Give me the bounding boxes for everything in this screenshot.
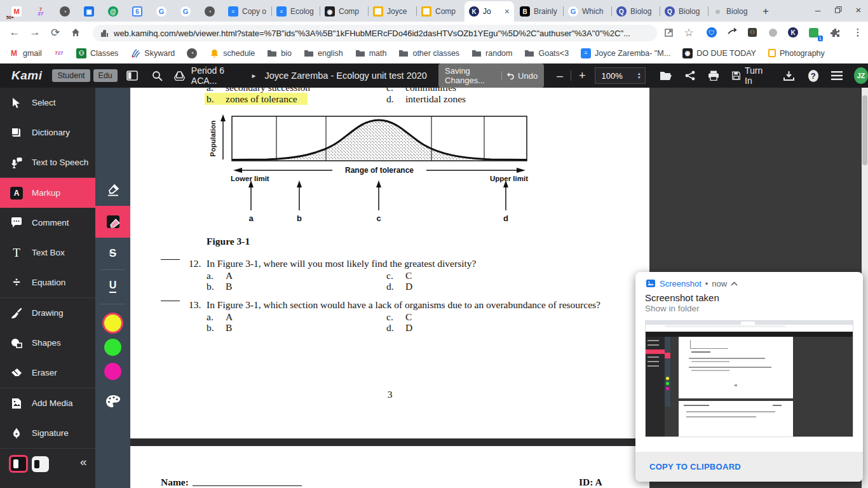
pinned-tab-gmail[interactable]: M50+ <box>5 3 28 20</box>
tasks-extension-icon[interactable]: 1 <box>806 25 821 40</box>
breadcrumb-folder[interactable]: Period 6 ACA... <box>191 65 243 86</box>
student-button[interactable]: Student <box>52 69 90 82</box>
bookmark-folder-goats[interactable]: Goats<3 <box>524 48 569 58</box>
tab-which[interactable]: GWhich <box>564 1 611 22</box>
search-icon[interactable] <box>152 71 163 81</box>
bookmark-folder-other-classes[interactable]: other classes <box>398 48 459 58</box>
chrome-menu-icon[interactable]: ⋮ <box>850 25 865 40</box>
bookmark-schedule[interactable]: schedule <box>209 48 255 58</box>
bookmark-classes[interactable]: ⚇Classes <box>76 48 118 58</box>
strikethrough-tool[interactable]: S <box>95 238 130 269</box>
pinned-tab-globe-2[interactable]: ◔ <box>198 3 221 20</box>
pinned-tab-calendar[interactable]: 6 <box>126 3 149 20</box>
color-palette-tool[interactable] <box>95 385 130 417</box>
sidebar-item-dictionary[interactable]: Dictionary <box>0 118 95 147</box>
omnibox[interactable]: web.kamihq.com/web/viewer.html?state=%7B… <box>93 25 657 41</box>
tab-biology-3[interactable]: Biolog <box>709 1 756 22</box>
tab-joyce[interactable]: Joyce <box>369 1 416 22</box>
sidebar-item-select[interactable]: Select <box>0 88 95 118</box>
person-extension-icon[interactable]: ⚇ <box>745 25 760 40</box>
sidebar-item-text-to-speech[interactable]: Text to Speech <box>0 147 95 177</box>
arrow-extension-icon[interactable] <box>724 25 740 40</box>
chevron-up-icon[interactable] <box>731 281 738 286</box>
home-icon[interactable] <box>67 24 84 41</box>
sidebar-item-text-box[interactable]: TText Box <box>0 238 95 268</box>
window-restore-button[interactable] <box>829 0 848 19</box>
bookmark-skyward[interactable]: Skyward <box>130 48 175 58</box>
sidebar-item-signature[interactable]: Signature <box>0 418 95 448</box>
menu-icon[interactable] <box>831 71 843 80</box>
color-swatch-green[interactable] <box>104 339 121 356</box>
bookmark-do-due-today[interactable]: ◉DO DUE TODAY <box>682 48 756 58</box>
zoom-level-select[interactable]: 100% ▲▼ <box>595 67 646 84</box>
bookmark-joyce-doc[interactable]: ≡Joyce Zaremba- "M... <box>581 48 670 58</box>
bookmark-folder-english[interactable]: english <box>304 48 343 58</box>
tab-biology-1[interactable]: QBiolog <box>612 1 660 22</box>
turn-in-button[interactable]: Turn In <box>732 65 768 86</box>
pinned-tab-globe[interactable]: ◔ <box>53 3 76 20</box>
bookmark-folder-math[interactable]: math <box>355 48 387 58</box>
tab-biology-2[interactable]: QBiolog <box>660 1 708 22</box>
tab-comp-2[interactable]: Comp <box>417 1 465 22</box>
edu-button[interactable]: Edu <box>93 69 118 82</box>
bookmark-gmail[interactable]: Mgmail <box>9 48 42 58</box>
tab-comp-1[interactable]: ◉Comp <box>320 1 368 22</box>
bookmark-calendar[interactable]: 727 <box>54 48 64 58</box>
undo-button[interactable]: Undo <box>507 71 538 81</box>
sidebar-item-eraser[interactable]: Eraser <box>0 358 95 388</box>
zoom-stepper-icon[interactable]: ▲▼ <box>634 72 645 79</box>
tab-active-kami[interactable]: KJo× <box>465 1 514 22</box>
collapse-sidebar-icon[interactable]: « <box>80 455 87 469</box>
screenshot-thumbnail[interactable] <box>645 320 853 437</box>
sidebar-item-comment[interactable]: Comment <box>0 208 95 238</box>
extensions-puzzle-icon[interactable] <box>827 25 843 40</box>
tab-ecology[interactable]: ≡Ecolog <box>272 1 320 22</box>
zoom-in-button[interactable]: + <box>579 69 586 83</box>
kami-extension-icon[interactable]: K <box>785 25 801 40</box>
sidebar-item-add-media[interactable]: Add Media <box>0 388 95 418</box>
dark-theme-toggle[interactable] <box>9 455 28 473</box>
avatar[interactable]: JZ <box>854 67 868 84</box>
underline-tool[interactable]: U <box>95 270 130 302</box>
tab-copy[interactable]: ≡Copy o <box>224 1 271 22</box>
bookmark-photography[interactable]: Photography <box>768 49 825 58</box>
box-highlight-tool[interactable] <box>95 206 130 238</box>
download-icon[interactable] <box>783 71 794 81</box>
pinned-tab-google-2[interactable]: G <box>174 3 197 20</box>
sidebar-item-equation[interactable]: ÷Equation <box>0 268 95 297</box>
print-icon[interactable] <box>708 71 719 81</box>
back-icon[interactable]: ← <box>6 24 23 41</box>
copy-to-clipboard-button[interactable]: COPY TO CLIPBOARD <box>649 462 741 471</box>
pinned-tab-calendar-date[interactable]: 727 <box>29 3 52 20</box>
share-icon[interactable] <box>685 71 695 81</box>
new-tab-button[interactable]: + <box>757 3 774 20</box>
sidebar-item-markup[interactable]: AMarkup <box>0 178 95 208</box>
scrollbar-thumb[interactable] <box>862 95 867 165</box>
tab-close-icon[interactable]: × <box>505 6 510 17</box>
bookmark-star-icon[interactable]: ☆ <box>681 25 696 40</box>
open-file-icon[interactable] <box>660 71 672 81</box>
pinned-tab-google-1[interactable]: G <box>150 3 173 20</box>
screenshot-notification[interactable]: Screenshot • now Screenshot taken Show i… <box>635 272 863 482</box>
forward-icon[interactable]: → <box>27 24 43 41</box>
split-view-icon[interactable] <box>126 71 138 81</box>
pinned-tab-currents[interactable]: @ <box>102 3 125 20</box>
color-swatch-magenta[interactable] <box>104 363 121 380</box>
reload-icon[interactable]: ⟳ <box>47 24 64 41</box>
tab-brainly[interactable]: BBrainly <box>515 1 563 22</box>
gray-extension-icon[interactable] <box>765 25 780 40</box>
notification-subtitle[interactable]: Show in folder <box>645 304 700 313</box>
help-icon[interactable]: ? <box>808 70 818 82</box>
sidebar-item-shapes[interactable]: Shapes <box>0 328 95 358</box>
site-info-icon[interactable] <box>100 29 109 37</box>
pinned-tab-classroom[interactable]: ▣ <box>78 3 100 20</box>
bookmark-globe[interactable]: ◔ <box>187 48 197 58</box>
bookmark-folder-bio[interactable]: bio <box>267 48 292 58</box>
sidebar-item-drawing[interactable]: Drawing <box>0 298 95 328</box>
color-swatch-yellow-selected[interactable] <box>104 315 121 332</box>
highlighter-tool[interactable] <box>95 174 130 206</box>
open-in-window-icon[interactable] <box>661 25 676 40</box>
window-close-button[interactable]: × <box>849 0 868 19</box>
light-theme-toggle[interactable] <box>32 456 49 472</box>
bookmark-folder-random[interactable]: random <box>471 48 512 58</box>
